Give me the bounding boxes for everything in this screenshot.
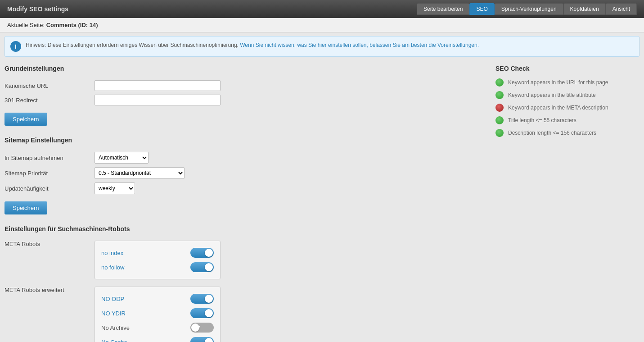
robots-no-index-toggle[interactable]: ON [190, 248, 214, 258]
prioritaet-select[interactable]: 0.5 - Standardpriorität [95, 167, 185, 179]
info-link[interactable]: Wenn Sie nicht wissen, was Sie hier eins… [240, 42, 479, 48]
robots-no-archive-label: No Archive [101, 324, 130, 331]
robots-no-archive-toggle[interactable]: OFF [190, 323, 214, 333]
meta-robots-erweitert-box: NO ODP ON NO YDIR ON N [95, 287, 221, 342]
seo-dot-3 [495, 104, 504, 112]
breadcrumb: Aktuelle Seite: Comments (ID: 14) [0, 18, 644, 32]
meta-robots-row: META Robots no index ON no follow ON [5, 241, 486, 279]
updatehaeufigkeit-select[interactable]: weekly always hourly daily monthly yearl… [95, 182, 135, 194]
info-text: Hinweis: Diese Einstellungen erfordern e… [26, 41, 479, 49]
updatehaeufigkeit-label: Updatehäufigkeit [5, 185, 95, 192]
breadcrumb-page: Comments (ID: 14) [46, 22, 98, 28]
section-robots: Einstellungen für Suchmaschinen-Robots M… [5, 225, 486, 342]
breadcrumb-prefix: Aktuelle Seite: [7, 22, 45, 28]
header-tabs: Seite bearbeiten SEO Sprach-Verknüpfunge… [417, 3, 637, 15]
seo-check-text-4: Title length <= 55 characters [508, 117, 576, 123]
seo-check-item-1: Keyword appears in the URL for this page [495, 78, 639, 87]
seo-check-item-5: Description length <= 156 characters [495, 129, 639, 137]
section-sitemap: Sitemap Einstellungen In Sitemap aufnehm… [5, 137, 486, 214]
seo-dot-4 [495, 116, 504, 124]
seo-check-item-4: Title length <= 55 characters [495, 116, 639, 124]
grundeinstellungen-title: Grundeinstellungen [5, 65, 486, 74]
info-box: i Hinweis: Diese Einstellungen erfordern… [5, 36, 639, 57]
grundeinstellungen-save-button[interactable]: Speichern [5, 113, 47, 126]
toggle-on-text-2: ON [206, 265, 212, 269]
tab-kopfdateien[interactable]: Kopfdateien [563, 3, 606, 15]
right-panel: SEO Check Keyword appears in the URL for… [495, 65, 639, 342]
robots-no-ydir-row: NO YDIR ON [101, 306, 214, 320]
header: Modify SEO settings Seite bearbeiten SEO… [0, 0, 644, 18]
redirect-row: 301 Redirect [5, 95, 486, 105]
seo-check-text-2: Keyword appears in the title attribute [508, 92, 596, 98]
redirect-label: 301 Redirect [5, 97, 95, 104]
in-sitemap-select[interactable]: Automatisch Ja Nein [95, 152, 149, 164]
robots-no-ydir-label: NO YDIR [101, 310, 126, 317]
left-panel: Grundeinstellungen Kanonische URL 301 Re… [5, 65, 486, 342]
meta-robots-label: META Robots [5, 241, 95, 247]
meta-robots-erweitert-row: META Robots erweitert NO ODP ON NO YDIR … [5, 287, 486, 342]
in-sitemap-label: In Sitemap aufnehmen [5, 155, 95, 161]
section-grundeinstellungen: Grundeinstellungen Kanonische URL 301 Re… [5, 65, 486, 126]
main-content: Grundeinstellungen Kanonische URL 301 Re… [0, 60, 644, 342]
robots-no-cache-toggle[interactable]: ON [190, 337, 214, 342]
robots-no-cache-label: No Cache [101, 339, 127, 342]
seo-check-item-3: Keyword appears in the META description [495, 104, 639, 112]
meta-robots-erweitert-label: META Robots erweitert [5, 287, 95, 293]
seo-check-item-2: Keyword appears in the title attribute [495, 91, 639, 99]
in-sitemap-row: In Sitemap aufnehmen Automatisch Ja Nein [5, 152, 486, 164]
sitemap-save-button[interactable]: Speichern [5, 201, 47, 214]
robots-no-index-label: no index [101, 250, 123, 256]
robots-no-cache-row: No Cache ON [101, 335, 214, 342]
robots-no-ydir-toggle[interactable]: ON [190, 308, 214, 318]
seo-check-title: SEO Check [495, 65, 639, 72]
seo-dot-2 [495, 91, 504, 99]
kanonische-url-row: Kanonische URL [5, 80, 486, 91]
seo-dot-1 [495, 78, 504, 87]
seo-check-text-3: Keyword appears in the META description [508, 105, 608, 111]
toggle-on-text: ON [206, 251, 212, 255]
robots-no-follow-toggle[interactable]: ON [190, 262, 214, 272]
prioritaet-row: Sitemap Priorität 0.5 - Standardprioritä… [5, 167, 486, 179]
robots-no-odp-toggle[interactable]: ON [190, 294, 214, 304]
kanonische-url-input[interactable] [95, 80, 221, 91]
page-title: Modify SEO settings [7, 5, 68, 13]
tab-ansicht[interactable]: Ansicht [606, 3, 637, 15]
sitemap-title: Sitemap Einstellungen [5, 137, 486, 146]
tab-sprach-verknuepfungen[interactable]: Sprach-Verknüpfungen [495, 3, 563, 15]
robots-no-odp-row: NO ODP ON [101, 292, 214, 306]
updatehaeufigkeit-row: Updatehäufigkeit weekly always hourly da… [5, 182, 486, 194]
robots-title: Einstellungen für Suchmaschinen-Robots [5, 225, 486, 234]
seo-check-text-1: Keyword appears in the URL for this page [508, 79, 608, 86]
meta-robots-box: no index ON no follow ON [95, 241, 221, 279]
info-icon: i [10, 41, 21, 52]
tab-seo[interactable]: SEO [469, 3, 494, 15]
prioritaet-label: Sitemap Priorität [5, 170, 95, 177]
seo-check-text-5: Description length <= 156 characters [508, 130, 596, 136]
robots-no-follow-row: no follow ON [101, 260, 214, 274]
robots-no-index-row: no index ON [101, 246, 214, 260]
kanonische-url-label: Kanonische URL [5, 82, 95, 89]
robots-no-archive-row: No Archive OFF [101, 320, 214, 335]
tab-seite-bearbeiten[interactable]: Seite bearbeiten [417, 3, 469, 15]
seo-dot-5 [495, 129, 504, 137]
robots-no-follow-label: no follow [101, 264, 124, 271]
robots-no-odp-label: NO ODP [101, 296, 124, 302]
redirect-input[interactable] [95, 95, 221, 105]
